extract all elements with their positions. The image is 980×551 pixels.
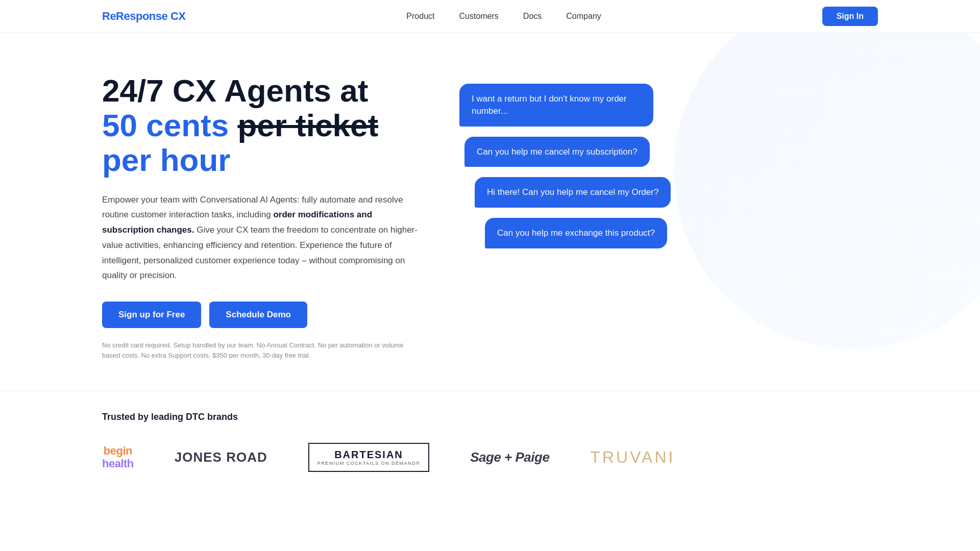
chat-bubble-4: Can you help me exchange this product? (485, 218, 667, 248)
hero-section: 24/7 CX Agents at 50 cents per ticket pe… (0, 33, 980, 391)
chat-bubble-1: I want a return but I don't know my orde… (459, 84, 653, 127)
demo-button[interactable]: Schedule Demo (209, 302, 307, 328)
hero-left: 24/7 CX Agents at 50 cents per ticket pe… (102, 73, 419, 360)
hero-title-strike: per ticket (237, 108, 378, 143)
hero-title-line1: 24/7 CX Agents at (102, 73, 368, 108)
hero-description: Empower your team with Conversational AI… (102, 192, 419, 284)
bartesian-main: BARTESIAN (334, 449, 403, 461)
signup-button[interactable]: Sign up for Free (102, 302, 201, 328)
hero-title-line3: per hour (102, 142, 230, 178)
brand-bartesian: BARTESIAN PREMIUM COCKTAILS ON DEMAND® (308, 443, 429, 472)
trusted-section: Trusted by leading DTC brands begin heal… (0, 391, 980, 503)
hero-title-blue: 50 cents (102, 108, 229, 143)
logo[interactable]: ReResponse CX (102, 10, 185, 23)
brand-logos: begin health JONES ROAD BARTESIAN PREMIU… (102, 443, 878, 472)
brand-sage-paige: Sage + Paige (470, 449, 549, 465)
brand-truvani: TRUVANI (590, 448, 675, 467)
signin-button[interactable]: Sign In (822, 7, 878, 26)
sage-paige-text: Sage + Paige (470, 449, 549, 465)
nav-company[interactable]: Company (566, 12, 601, 21)
brand-begin-health: begin health (102, 445, 134, 469)
hero-right: I want a return but I don't know my orde… (419, 73, 878, 308)
trusted-title: Trusted by leading DTC brands (102, 412, 878, 422)
chat-bubble-3: Hi there! Can you help me cancel my Orde… (475, 177, 671, 208)
brand-jones-road: JONES ROAD (175, 449, 267, 465)
hero-buttons: Sign up for Free Schedule Demo (102, 302, 419, 328)
nav-docs[interactable]: Docs (523, 12, 542, 21)
bartesian-sub: PREMIUM COCKTAILS ON DEMAND® (317, 461, 420, 466)
nav-links: Product Customers Docs Company (406, 12, 601, 21)
navbar: ReResponse CX Product Customers Docs Com… (0, 0, 980, 33)
chat-bubble-2: Can you help me cancel my subscription? (464, 137, 650, 167)
nav-customers[interactable]: Customers (459, 12, 498, 21)
hero-disclaimer: No credit card required. Setup handled b… (102, 340, 408, 360)
hero-title: 24/7 CX Agents at 50 cents per ticket pe… (102, 73, 419, 178)
nav-product[interactable]: Product (406, 12, 434, 21)
